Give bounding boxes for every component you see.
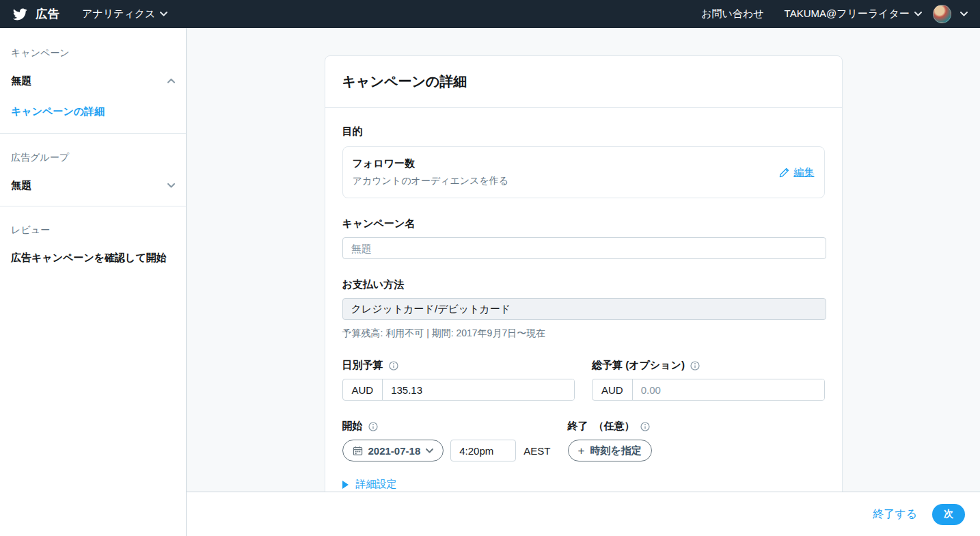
schedule-row: 開始 2021-07-18 [342, 420, 825, 461]
topbar: 広告 アナリティクス お問い合わせ TAKUMA@フリーライター [0, 0, 980, 28]
objective-section: 目的 フォロワー数 アカウントのオーディエンスを作る 編集 [342, 125, 825, 198]
chevron-up-icon [167, 79, 175, 83]
advanced-settings-label: 詳細設定 [356, 478, 397, 491]
start-label: 開始 [342, 420, 363, 433]
contact-label: お問い合わせ [701, 8, 763, 21]
card-header: キャンペーンの詳細 [325, 56, 842, 108]
chevron-down-icon [167, 183, 175, 188]
calendar-icon [353, 446, 363, 456]
info-icon[interactable] [640, 422, 650, 431]
edit-label: 編集 [794, 166, 815, 179]
account-name: TAKUMA@フリーライター [785, 8, 910, 21]
total-budget-label: 総予算 (オプション) [592, 359, 685, 372]
campaign-details-card: キャンペーンの詳細 目的 フォロワー数 アカウントのオーディエンスを作る [325, 55, 843, 492]
avatar-menu[interactable] [960, 12, 968, 16]
start-time-input[interactable] [450, 440, 516, 461]
divider [0, 133, 186, 134]
sidebar-campaign-toggle[interactable]: 無題 [0, 65, 186, 97]
chevron-down-icon [960, 12, 968, 16]
sidebar-adgroup-toggle[interactable]: 無題 [0, 170, 186, 202]
daily-budget-input[interactable] [383, 379, 574, 400]
chevron-down-icon [160, 12, 167, 16]
twitter-bird-icon[interactable] [12, 6, 29, 23]
sidebar-item-campaign-details[interactable]: キャンペーンの詳細 [0, 97, 186, 129]
sidebar-campaign-name: 無題 [11, 75, 31, 88]
campaign-name-section: キャンペーン名 [342, 217, 825, 259]
objective-box: フォロワー数 アカウントのオーディエンスを作る 編集 [342, 146, 825, 198]
account-menu[interactable]: TAKUMA@フリーライター [785, 8, 922, 21]
total-budget-input[interactable] [633, 379, 824, 400]
info-icon[interactable] [389, 361, 398, 371]
payment-method-field [342, 298, 826, 320]
add-end-time-label: 時刻を指定 [590, 444, 641, 457]
campaign-name-label: キャンペーン名 [342, 217, 825, 230]
total-budget-field: 総予算 (オプション) AUD [592, 359, 825, 401]
brand-title: 広告 [36, 6, 60, 22]
main-area: キャンペーンの詳細 目的 フォロワー数 アカウントのオーディエンスを作る [187, 28, 980, 536]
footer-bar: 終了する 次 [187, 492, 980, 536]
contact-link[interactable]: お問い合わせ [701, 8, 763, 21]
end-label: 終了 [568, 420, 588, 433]
objective-label: 目的 [342, 125, 825, 138]
campaign-name-input[interactable] [342, 237, 826, 259]
sidebar-section-review: レビュー [0, 211, 186, 242]
sidebar-adgroup-name: 無題 [11, 179, 31, 192]
sidebar-section-adgroup: 広告グループ [0, 138, 186, 170]
avatar[interactable] [933, 5, 951, 23]
page-title: キャンペーンの詳細 [342, 72, 825, 91]
info-icon[interactable] [690, 361, 700, 371]
end-field: 終了 （任意） + 時刻を指定 [568, 420, 652, 461]
daily-budget-field: 日別予算 AUD [342, 359, 575, 401]
objective-name: フォロワー数 [353, 157, 509, 170]
currency-prefix: AUD [593, 379, 633, 400]
plus-icon: + [578, 445, 585, 457]
next-button[interactable]: 次 [932, 504, 965, 525]
payment-helper-text: 予算残高: 利用不可 | 期間: 2017年9月7日〜現在 [342, 327, 825, 340]
main-content: キャンペーンの詳細 目的 フォロワー数 アカウントのオーディエンスを作る [187, 28, 980, 492]
daily-budget-label: 日別予算 [342, 359, 383, 372]
sidebar-section-campaign: キャンペーン [0, 34, 186, 65]
end-optional-label: （任意） [594, 420, 635, 433]
start-date-value: 2021-07-18 [368, 445, 421, 457]
start-field: 開始 2021-07-18 [342, 420, 568, 461]
payment-section: お支払い方法 予算残高: 利用不可 | 期間: 2017年9月7日〜現在 [342, 278, 825, 340]
exit-link[interactable]: 終了する [873, 507, 917, 522]
timezone-label: AEST [523, 445, 550, 457]
twitter-ads-app: 広告 アナリティクス お問い合わせ TAKUMA@フリーライター キャンペーン … [0, 0, 980, 536]
triangle-right-icon [342, 481, 349, 489]
chevron-down-icon [426, 448, 433, 453]
analytics-menu[interactable]: アナリティクス [82, 8, 167, 21]
edit-objective-button[interactable]: 編集 [779, 166, 815, 179]
add-end-time-button[interactable]: + 時刻を指定 [568, 440, 652, 461]
payment-label: お支払い方法 [342, 278, 825, 291]
sidebar: キャンペーン 無題 キャンペーンの詳細 広告グループ 無題 レビュー 広告キャン… [0, 28, 187, 536]
pencil-icon [779, 168, 789, 178]
advanced-settings-toggle[interactable]: 詳細設定 [342, 478, 825, 491]
analytics-menu-label: アナリティクス [82, 8, 155, 21]
start-date-picker-button[interactable]: 2021-07-18 [342, 440, 444, 461]
currency-prefix: AUD [343, 379, 383, 400]
objective-description: アカウントのオーディエンスを作る [353, 175, 509, 187]
chevron-down-icon [914, 12, 922, 16]
sidebar-item-review-launch[interactable]: 広告キャンペーンを確認して開始 [0, 242, 186, 274]
info-icon[interactable] [368, 422, 378, 431]
budget-row: 日別予算 AUD [342, 359, 825, 401]
divider [0, 206, 186, 206]
